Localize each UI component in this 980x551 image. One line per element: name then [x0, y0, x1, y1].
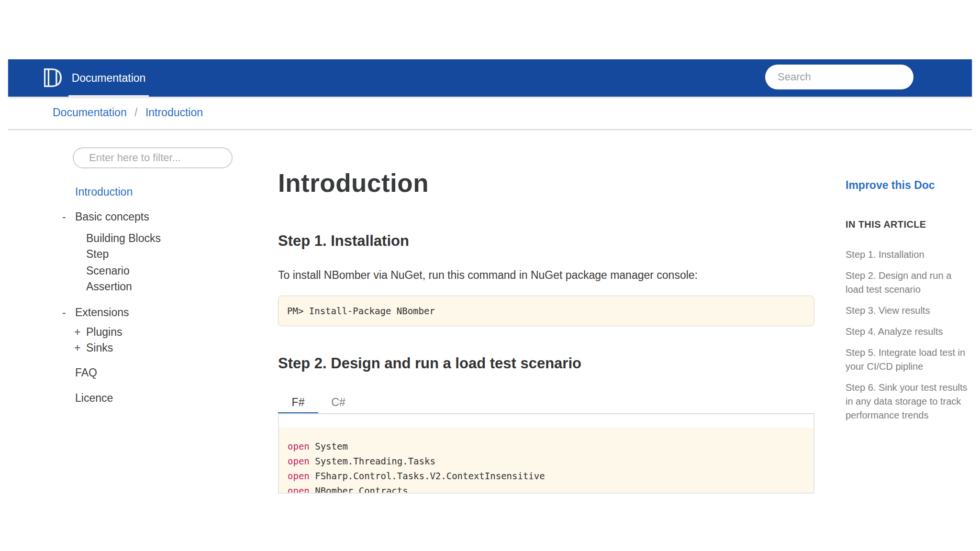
- code-keyword: open: [288, 485, 310, 494]
- toc-item-step-4[interactable]: Step 4. Analyze results: [846, 325, 971, 339]
- code-text: NBomber.Contracts: [310, 485, 408, 494]
- toc-item-step-6[interactable]: Step 6. Sink your test results in any da…: [846, 381, 971, 422]
- toc-item-step-3[interactable]: Step 3. View results: [846, 304, 971, 318]
- in-this-article-heading: IN THIS ARTICLE: [846, 219, 926, 230]
- active-tab-underline: [68, 95, 149, 98]
- heading-step2: Step 2. Design and run a load test scena…: [278, 355, 581, 372]
- install-paragraph: To install NBomber via NuGet, run this c…: [278, 269, 698, 282]
- code-keyword: open: [288, 471, 310, 481]
- code-line: open System: [288, 439, 813, 454]
- heading-step1: Step 1. Installation: [278, 232, 409, 250]
- collapse-icon[interactable]: -: [62, 306, 66, 319]
- expand-icon[interactable]: +: [74, 342, 80, 354]
- code-line: open System.Threading.Tasks: [288, 454, 813, 469]
- sidebar-item-label: Scenario: [86, 264, 130, 277]
- fsharp-code-block: open Systemopen System.Threading.Tasksop…: [279, 428, 813, 494]
- sidebar-item-label: FAQ: [75, 366, 97, 379]
- sidebar-item-label: Plugins: [86, 326, 122, 338]
- sidebar-item-sinks[interactable]: +Sinks: [74, 342, 113, 354]
- sidebar-item-basic-concepts[interactable]: -Basic concepts: [62, 210, 149, 223]
- expand-icon[interactable]: +: [74, 326, 80, 339]
- tab-csharp[interactable]: C#: [324, 396, 353, 415]
- sidebar-item-label: Assertion: [86, 280, 132, 293]
- improve-doc-link[interactable]: Improve this Doc: [846, 179, 935, 192]
- sidebar-item-extensions[interactable]: -Extensions: [62, 306, 129, 319]
- code-line: open FSharp.Control.Tasks.V2.ContextInse…: [288, 469, 813, 484]
- fsharp-tab-panel: open Systemopen System.Threading.Tasksop…: [278, 414, 814, 494]
- sidebar-filter: [73, 147, 233, 168]
- sidebar-item-assertion[interactable]: Assertion: [74, 280, 132, 293]
- sidebar-item-label: Building Blocks: [86, 232, 161, 244]
- code-text: System: [310, 441, 348, 452]
- code-line: open NBomber.Contracts: [288, 484, 813, 494]
- code-text: FSharp.Control.Tasks.V2.ContextInsensiti…: [310, 471, 545, 481]
- collapse-icon[interactable]: -: [62, 210, 66, 223]
- header-divider: [8, 129, 972, 130]
- breadcrumb-separator: /: [134, 106, 137, 119]
- search-box: [765, 65, 913, 89]
- sidebar-item-label: Introduction: [75, 186, 133, 198]
- tab-fsharp[interactable]: F#: [278, 396, 318, 415]
- nav-tab-documentation[interactable]: Documentation: [68, 59, 149, 97]
- page-title: Introduction: [278, 168, 429, 198]
- sidebar-item-label: Sinks: [86, 342, 113, 354]
- search-input[interactable]: [765, 65, 913, 89]
- nav-tab-label: Documentation: [72, 72, 146, 85]
- top-navbar: 𝔻 Documentation: [8, 59, 972, 97]
- toc-item-step-2[interactable]: Step 2. Design and run a load test scena…: [846, 269, 971, 297]
- in-this-article-list: Step 1. InstallationStep 2. Design and r…: [846, 248, 971, 430]
- sidebar-item-label: Extensions: [75, 306, 129, 319]
- breadcrumb-link-introduction[interactable]: Introduction: [145, 106, 203, 119]
- install-code-block: PM> Install-Package NBomber: [278, 296, 814, 326]
- toc-item-step-1[interactable]: Step 1. Installation: [846, 248, 971, 262]
- code-keyword: open: [288, 456, 310, 466]
- sidebar-item-building-blocks[interactable]: Building Blocks: [74, 232, 161, 245]
- install-code-text: PM> Install-Package NBomber: [287, 306, 435, 316]
- sidebar-item-label: Step: [86, 248, 109, 260]
- sidebar-item-label: Licence: [75, 392, 113, 404]
- docfx-logo[interactable]: 𝔻: [42, 61, 63, 95]
- toc-item-step-5[interactable]: Step 5. Integrate load test in your CI/C…: [846, 346, 971, 374]
- article: Introduction Step 1. Installation To ins…: [278, 143, 814, 497]
- language-tabs: F#C#: [278, 396, 353, 415]
- code-text: System.Threading.Tasks: [310, 456, 435, 466]
- sidebar-item-plugins[interactable]: +Plugins: [74, 326, 122, 339]
- sidebar-item-label: Basic concepts: [75, 210, 149, 223]
- sidebar-item-licence[interactable]: Licence: [62, 392, 113, 405]
- sidebar-item-scenario[interactable]: Scenario: [74, 264, 130, 277]
- sidebar-item-introduction[interactable]: Introduction: [62, 186, 133, 198]
- code-keyword: open: [288, 441, 310, 452]
- breadcrumb-link-documentation[interactable]: Documentation: [53, 106, 127, 119]
- sidebar-item-step[interactable]: Step: [74, 248, 109, 261]
- sidebar-toc: Introduction-Basic conceptsBuilding Bloc…: [62, 143, 244, 430]
- sidebar-item-faq[interactable]: FAQ: [62, 366, 97, 379]
- breadcrumb: Documentation / Introduction: [53, 106, 203, 119]
- sidebar-filter-input[interactable]: [73, 147, 233, 168]
